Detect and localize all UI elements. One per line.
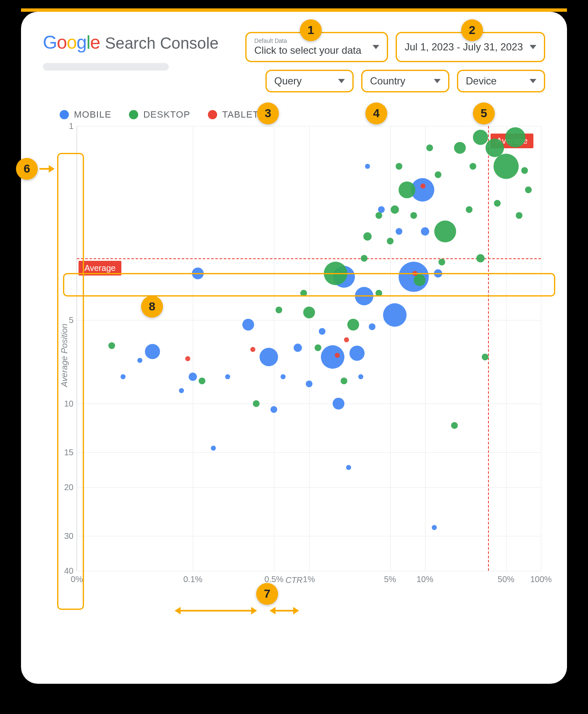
data-point[interactable]: [434, 220, 456, 242]
legend-tablet: TABLET: [208, 109, 259, 120]
data-point[interactable]: [391, 205, 399, 214]
data-point[interactable]: [315, 344, 321, 351]
data-point[interactable]: [306, 381, 312, 387]
data-point[interactable]: [333, 398, 344, 410]
annotation-2: 2: [461, 19, 483, 41]
data-point[interactable]: [426, 144, 433, 151]
data-point[interactable]: [505, 127, 525, 147]
data-point[interactable]: [410, 212, 417, 219]
y-tick: 1: [53, 121, 74, 131]
dashboard-card: Google Search Console Default Data Click…: [21, 12, 567, 684]
data-point[interactable]: [270, 406, 277, 413]
data-point[interactable]: [361, 255, 368, 262]
data-point[interactable]: [211, 446, 216, 451]
x-tick: 10%: [417, 575, 433, 584]
annotation-7: 7: [256, 583, 278, 605]
data-point[interactable]: [375, 290, 382, 297]
data-point[interactable]: [355, 287, 373, 305]
data-point[interactable]: [365, 164, 370, 169]
y-tick: 30: [53, 531, 74, 541]
data-point[interactable]: [494, 200, 501, 207]
data-point[interactable]: [319, 328, 326, 335]
data-point[interactable]: [412, 271, 417, 276]
annotation-6: 6: [16, 158, 38, 180]
data-point[interactable]: [421, 227, 429, 236]
data-point[interactable]: [294, 344, 302, 352]
y-tick: 15: [53, 448, 74, 457]
data-point[interactable]: [454, 142, 466, 154]
data-point[interactable]: [260, 348, 278, 366]
scatter-plot: 0%0.1%0.5%1%5%10%50%100%151015203040Aver…: [76, 126, 541, 571]
data-point[interactable]: [383, 303, 407, 327]
data-point[interactable]: [438, 259, 445, 265]
data-point[interactable]: [344, 337, 349, 342]
x-tick: 5%: [384, 575, 396, 584]
y-tick: 10: [53, 399, 74, 408]
product-title: Search Console: [105, 34, 218, 52]
data-point[interactable]: [303, 307, 315, 318]
data-point[interactable]: [420, 184, 425, 189]
data-point[interactable]: [192, 268, 204, 279]
data-point[interactable]: [396, 163, 402, 170]
data-point[interactable]: [199, 378, 205, 384]
data-point[interactable]: [358, 374, 363, 379]
data-point[interactable]: [347, 319, 359, 331]
data-point[interactable]: [145, 344, 160, 359]
data-point[interactable]: [451, 422, 458, 429]
data-point[interactable]: [121, 374, 126, 379]
data-point[interactable]: [494, 154, 519, 179]
data-point[interactable]: [349, 346, 365, 361]
data-point[interactable]: [341, 378, 347, 384]
chart: Average Position 0%0.1%0.5%1%5%10%50%100…: [43, 126, 545, 585]
data-point[interactable]: [242, 319, 254, 331]
data-point[interactable]: [276, 307, 282, 313]
country-select[interactable]: Country: [361, 70, 449, 92]
y-tick: 40: [53, 566, 74, 575]
chevron-down-icon: [530, 79, 536, 83]
annotation-3: 3: [257, 102, 279, 124]
data-point[interactable]: [387, 238, 394, 244]
data-point[interactable]: [470, 163, 476, 170]
data-point[interactable]: [324, 262, 347, 285]
x-tick: 50%: [498, 575, 514, 584]
annotation-1: 1: [300, 19, 322, 41]
data-point[interactable]: [250, 347, 255, 352]
data-point[interactable]: [476, 254, 485, 262]
x-tick: 0%: [71, 575, 83, 584]
data-point[interactable]: [473, 130, 488, 145]
data-point[interactable]: [396, 228, 402, 235]
data-point[interactable]: [432, 525, 437, 530]
data-point[interactable]: [335, 353, 340, 358]
data-point[interactable]: [281, 374, 286, 379]
data-point[interactable]: [525, 186, 532, 193]
data-point[interactable]: [399, 181, 415, 198]
data-point[interactable]: [375, 212, 382, 219]
data-point[interactable]: [108, 342, 115, 349]
data-point[interactable]: [225, 374, 230, 379]
data-point[interactable]: [179, 388, 184, 393]
device-select[interactable]: Device: [457, 70, 545, 92]
skeleton-bar: [43, 63, 169, 71]
data-point[interactable]: [253, 400, 260, 407]
chevron-down-icon: [434, 79, 441, 83]
legend-desktop: DESKTOP: [129, 109, 190, 120]
data-point[interactable]: [435, 171, 441, 178]
data-point[interactable]: [521, 167, 528, 174]
data-point[interactable]: [482, 354, 488, 360]
data-point[interactable]: [189, 373, 197, 381]
data-point[interactable]: [137, 358, 142, 363]
annotation-8: 8: [141, 296, 163, 318]
data-point[interactable]: [414, 274, 425, 286]
data-point[interactable]: [321, 345, 344, 369]
data-point[interactable]: [346, 465, 351, 470]
data-point[interactable]: [300, 290, 307, 297]
data-point[interactable]: [434, 269, 442, 278]
data-point[interactable]: [516, 212, 522, 219]
data-point[interactable]: [185, 356, 190, 361]
query-select[interactable]: Query: [265, 70, 354, 92]
data-point[interactable]: [369, 323, 375, 330]
x-axis-label: CTR: [43, 575, 545, 585]
data-point[interactable]: [363, 232, 372, 241]
y-axis-label: Average Position: [60, 324, 69, 387]
data-point[interactable]: [466, 206, 472, 213]
